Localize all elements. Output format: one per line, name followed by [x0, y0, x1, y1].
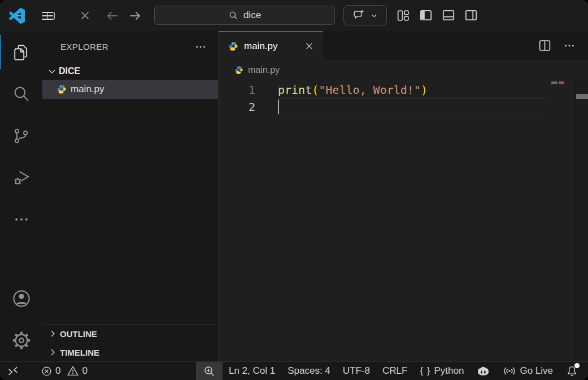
zoom-in-icon — [203, 365, 216, 378]
current-line-highlight — [278, 98, 547, 115]
tab-mainpy[interactable]: main.py — [219, 31, 323, 60]
main-area: EXPLORER DICE main.py OUTLINE TIMELINE — [0, 31, 588, 361]
sidebar-item-explorer[interactable] — [0, 31, 42, 73]
timeline-section-header[interactable]: TIMELINE — [42, 343, 218, 361]
chevron-down-icon — [46, 66, 58, 77]
eol-button[interactable]: CRLF — [376, 362, 413, 380]
close-button[interactable] — [68, 0, 102, 31]
file-name: main.py — [71, 84, 104, 95]
customize-layout-button[interactable] — [395, 7, 411, 23]
chevron-down-icon — [370, 11, 378, 20]
settings-button[interactable] — [0, 319, 42, 361]
vscode-logo-icon — [9, 8, 25, 24]
problems-button[interactable]: 0 0 — [34, 362, 97, 380]
ellipsis-icon — [194, 41, 207, 53]
account-icon — [11, 288, 32, 309]
go-live-button[interactable]: Go Live — [496, 362, 559, 380]
token-string: "Hello, World!" — [319, 83, 421, 97]
line-number-2: 2 — [219, 98, 255, 115]
toggle-secondary-sidebar-button[interactable] — [463, 7, 478, 23]
split-editor-button[interactable] — [538, 38, 552, 53]
ellipsis-icon — [563, 40, 576, 52]
text-cursor — [278, 100, 279, 114]
zoom-status-button[interactable] — [196, 362, 223, 380]
code-editor[interactable]: 1 2 print("Hello, World!") — [219, 80, 588, 361]
explorer-more-actions-button[interactable] — [194, 41, 207, 53]
notifications-button[interactable] — [559, 362, 585, 380]
explorer-sidebar: EXPLORER DICE main.py OUTLINE TIMELINE — [42, 31, 219, 361]
outline-section-header[interactable]: OUTLINE — [42, 324, 218, 343]
toggle-primary-sidebar-button[interactable] — [418, 7, 433, 23]
code-line-1: print("Hello, World!") — [278, 81, 428, 98]
chevron-right-icon — [47, 347, 58, 358]
copilot-status-button[interactable] — [470, 362, 496, 380]
broadcast-icon — [503, 364, 516, 378]
tab-bar: main.py — [219, 31, 588, 60]
token-close-paren: ) — [421, 83, 428, 97]
toggle-panel-button[interactable] — [441, 7, 456, 23]
status-bar: 0 0 Ln 2, Col 1 Spaces: 4 UTF-8 CRLF { }… — [0, 361, 588, 380]
sidebar-item-run-debug[interactable] — [0, 157, 42, 198]
ellipsis-icon — [13, 211, 30, 228]
back-arrow-button[interactable] — [104, 7, 121, 24]
remote-indicator-button[interactable] — [0, 362, 27, 380]
title-bar: dice — [0, 0, 588, 31]
vscode-window: dice — [0, 0, 588, 380]
accounts-button[interactable] — [0, 278, 42, 319]
more-views-button[interactable] — [0, 198, 42, 240]
sidebar-item-source-control[interactable] — [0, 115, 42, 157]
copilot-chat-button[interactable] — [343, 5, 387, 25]
editor-more-actions-button[interactable] — [563, 40, 576, 52]
explorer-empty-space — [42, 99, 218, 324]
folder-row-dice[interactable]: DICE — [42, 62, 218, 80]
menu-hamburger-button[interactable] — [38, 7, 56, 25]
tab-label: main.py — [244, 41, 298, 52]
error-icon — [41, 365, 53, 377]
warning-count: 0 — [82, 365, 87, 377]
search-value: dice — [243, 10, 261, 21]
editor-actions — [538, 31, 588, 60]
eol-label: CRLF — [382, 365, 407, 377]
split-editor-icon — [538, 38, 552, 53]
search-icon — [12, 84, 31, 103]
vertical-scrollbar[interactable] — [576, 81, 588, 361]
scrollbar-thumb[interactable] — [576, 94, 588, 99]
tab-close-button[interactable] — [304, 41, 315, 51]
copilot-icon — [476, 364, 490, 378]
indentation-label: Spaces: 4 — [288, 365, 330, 377]
language-mode-button[interactable]: { } Python — [413, 362, 470, 380]
python-file-icon — [234, 66, 243, 75]
indentation-button[interactable]: Spaces: 4 — [281, 362, 337, 380]
file-row-mainpy[interactable]: main.py — [42, 80, 218, 99]
cursor-position-button[interactable]: Ln 2, Col 1 — [223, 362, 281, 380]
sidebar-header: EXPLORER — [42, 31, 218, 62]
token-open-paren: ( — [312, 83, 319, 97]
braces-icon: { } — [420, 365, 430, 377]
python-file-icon — [228, 41, 238, 51]
timeline-label: TIMELINE — [60, 348, 99, 357]
language-label: Python — [434, 365, 464, 377]
files-icon — [12, 43, 31, 62]
editor-group: main.py main.py — [219, 31, 588, 361]
encoding-button[interactable]: UTF-8 — [337, 362, 376, 380]
search-command-center[interactable]: dice — [154, 6, 335, 25]
breadcrumb[interactable]: main.py — [219, 60, 588, 80]
warning-icon — [67, 365, 79, 377]
breadcrumb-item[interactable]: main.py — [248, 65, 280, 75]
search-icon — [228, 10, 239, 21]
outline-label: OUTLINE — [60, 329, 97, 339]
debug-icon — [12, 168, 31, 187]
line-number-1: 1 — [219, 81, 255, 98]
forward-arrow-button[interactable] — [127, 7, 143, 24]
status-right-group: Ln 2, Col 1 Spaces: 4 UTF-8 CRLF { } Pyt… — [196, 362, 585, 380]
sidebar-item-search[interactable] — [0, 73, 42, 115]
layout-controls — [395, 7, 478, 23]
activity-bar — [0, 31, 42, 361]
source-control-icon — [12, 127, 31, 145]
minimap-code-mark — [551, 81, 564, 84]
chevron-right-icon — [47, 328, 58, 339]
token-function: print — [278, 83, 312, 97]
encoding-label: UTF-8 — [343, 365, 370, 377]
minimap[interactable] — [547, 80, 573, 361]
python-file-icon — [56, 84, 67, 94]
